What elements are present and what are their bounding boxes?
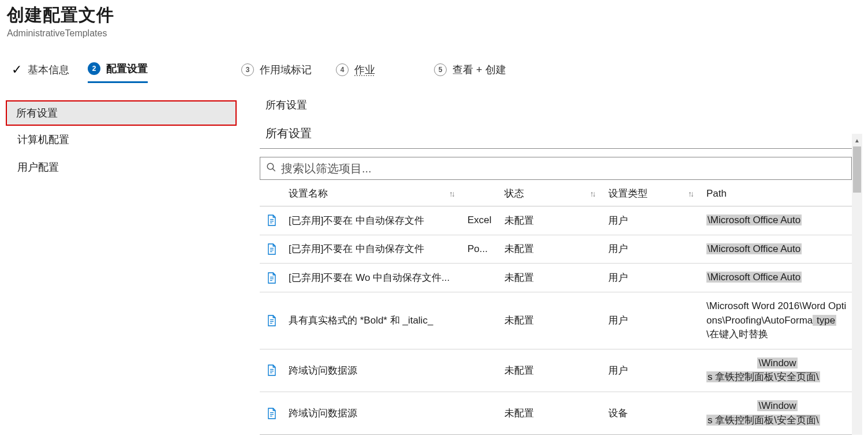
setting-name-overflow bbox=[464, 349, 501, 392]
tree-item-all-settings[interactable]: 所有设置 bbox=[6, 100, 237, 126]
document-icon bbox=[260, 349, 285, 392]
document-icon bbox=[260, 206, 285, 235]
setting-type: 用户 bbox=[605, 349, 703, 392]
setting-type: 用户 bbox=[605, 292, 703, 349]
settings-tree: 所有设置 计算机配置 用户配置 bbox=[6, 97, 237, 435]
col-label: 设置名称 bbox=[289, 188, 328, 199]
setting-name: 跨域访问数据源 bbox=[285, 349, 464, 392]
search-input[interactable] bbox=[281, 162, 845, 175]
setting-path: \Microsoft Word 2016\Word Options\Proofi… bbox=[703, 292, 852, 349]
search-icon bbox=[266, 162, 276, 175]
step-number-badge: 2 bbox=[88, 62, 100, 75]
col-label: 设置类型 bbox=[608, 188, 648, 199]
col-label: Path bbox=[706, 188, 727, 199]
breadcrumb: 所有设置 bbox=[260, 97, 862, 114]
step-scope-tags[interactable]: 3 作用域标记 bbox=[241, 63, 312, 82]
setting-state: 未配置 bbox=[501, 235, 605, 264]
setting-path: \Windows 拿铁控制面板\安全页面\ bbox=[703, 392, 852, 435]
scroll-up-icon[interactable]: ▲ bbox=[852, 134, 862, 146]
setting-name-overflow bbox=[464, 392, 501, 435]
step-number-badge: 3 bbox=[241, 63, 254, 76]
col-state[interactable]: 状态 ↑↓ bbox=[501, 181, 605, 206]
col-setting-name[interactable]: 设置名称 ↑↓ bbox=[285, 181, 464, 206]
section-heading: 所有设置 bbox=[260, 114, 862, 146]
svg-point-0 bbox=[267, 163, 274, 170]
col-label: 状态 bbox=[504, 188, 524, 199]
step-label: 查看 + 创建 bbox=[452, 63, 506, 77]
table-row[interactable]: 跨域访问数据源未配置设备\Windows 拿铁控制面板\安全页面\ bbox=[260, 392, 852, 435]
document-icon bbox=[260, 235, 285, 264]
step-assignments[interactable]: 4 作业 bbox=[336, 63, 375, 82]
setting-state: 未配置 bbox=[501, 349, 605, 392]
setting-path: \Microsoft Office Auto bbox=[703, 235, 852, 264]
setting-name-overflow: Po... bbox=[464, 235, 501, 264]
step-label: 作业 bbox=[354, 63, 375, 77]
setting-type: 用户 bbox=[605, 235, 703, 264]
setting-name-overflow bbox=[464, 264, 501, 292]
setting-name: [已弃用]不要在 中自动保存文件 bbox=[285, 206, 464, 235]
setting-name: 跨域访问数据源 bbox=[285, 392, 464, 435]
svg-line-1 bbox=[272, 168, 275, 171]
document-icon bbox=[260, 264, 285, 292]
setting-path: \Microsoft Office Auto bbox=[703, 206, 852, 235]
document-icon bbox=[260, 392, 285, 435]
table-row[interactable]: 跨域访问数据源未配置用户\Windows 拿铁控制面板\安全页面\ bbox=[260, 349, 852, 392]
table-row[interactable]: 具有真实格式的 *Bold* 和 _italic_未配置用户\Microsoft… bbox=[260, 292, 852, 349]
col-path[interactable]: Path bbox=[703, 181, 852, 206]
page-title: 创建配置文件 bbox=[6, 3, 862, 27]
check-icon: ✓ bbox=[12, 63, 22, 76]
settings-table: 设置名称 ↑↓ 状态 ↑↓ 设置类型 ↑↓ bbox=[260, 181, 852, 435]
setting-type: 设备 bbox=[605, 392, 703, 435]
tree-item-user-config[interactable]: 用户配置 bbox=[6, 153, 237, 181]
table-row[interactable]: [已弃用]不要在 中自动保存文件Po...未配置用户\Microsoft Off… bbox=[260, 235, 852, 264]
step-review-create[interactable]: 5 查看 + 创建 bbox=[434, 63, 506, 82]
setting-name-overflow: Excel bbox=[464, 206, 501, 235]
setting-path: \Microsoft Office Auto bbox=[703, 264, 852, 292]
setting-state: 未配置 bbox=[501, 292, 605, 349]
document-icon bbox=[260, 292, 285, 349]
scroll-thumb[interactable] bbox=[853, 146, 861, 193]
setting-name: [已弃用]不要在 中自动保存文件 bbox=[285, 235, 464, 264]
scroll-track[interactable] bbox=[852, 146, 862, 435]
col-type[interactable]: 设置类型 ↑↓ bbox=[605, 181, 703, 206]
step-label: 作用域标记 bbox=[260, 63, 312, 77]
sort-icon: ↑↓ bbox=[590, 189, 594, 198]
sort-icon: ↑↓ bbox=[449, 189, 454, 198]
table-row[interactable]: [已弃用]不要在 Wo 中自动保存文件...未配置用户\Microsoft Of… bbox=[260, 264, 852, 292]
sort-icon: ↑↓ bbox=[688, 189, 693, 198]
setting-name: [已弃用]不要在 Wo 中自动保存文件... bbox=[285, 264, 464, 292]
page-subtitle: AdministrativeTemplates bbox=[6, 28, 862, 39]
step-label: 基本信息 bbox=[28, 63, 69, 77]
step-number-badge: 5 bbox=[434, 63, 447, 76]
tree-item-computer-config[interactable]: 计算机配置 bbox=[6, 126, 237, 153]
step-label: 配置设置 bbox=[106, 62, 148, 76]
search-box[interactable] bbox=[260, 157, 852, 180]
setting-type: 用户 bbox=[605, 264, 703, 292]
vertical-scrollbar[interactable]: ▲ bbox=[852, 134, 862, 435]
step-number-badge: 4 bbox=[336, 63, 349, 76]
setting-type: 用户 bbox=[605, 206, 703, 235]
step-configuration[interactable]: 2 配置设置 bbox=[88, 62, 148, 83]
wizard-steps: ✓ 基本信息 2 配置设置 3 作用域标记 4 作业 5 查看 + 创建 bbox=[6, 62, 862, 83]
setting-name-overflow bbox=[464, 292, 501, 349]
step-basic-info[interactable]: ✓ 基本信息 bbox=[12, 63, 69, 82]
setting-state: 未配置 bbox=[501, 264, 605, 292]
setting-state: 未配置 bbox=[501, 392, 605, 435]
setting-state: 未配置 bbox=[501, 206, 605, 235]
table-row[interactable]: [已弃用]不要在 中自动保存文件Excel未配置用户\Microsoft Off… bbox=[260, 206, 852, 235]
setting-name: 具有真实格式的 *Bold* 和 _italic_ bbox=[285, 292, 464, 349]
setting-path: \Windows 拿铁控制面板\安全页面\ bbox=[703, 349, 852, 392]
